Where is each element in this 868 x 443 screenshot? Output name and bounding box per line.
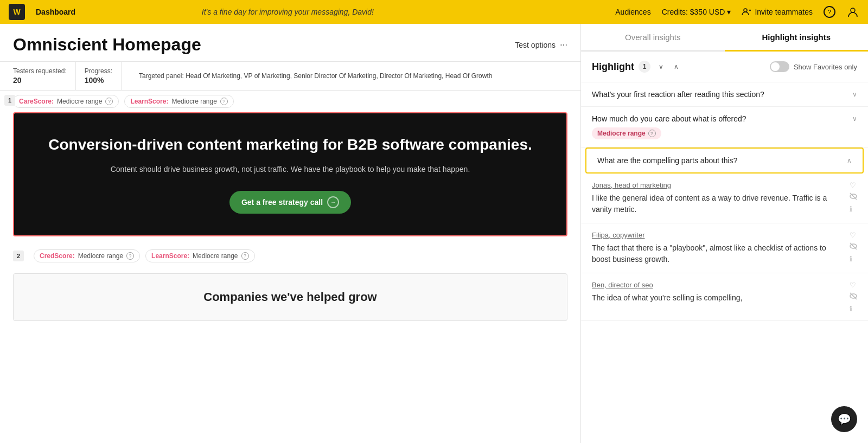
testers-stat: Testers requested: 20 [13,62,76,90]
question1-chevron-icon: ∨ [852,91,857,98]
response2-hide-icon[interactable] [850,242,857,252]
nav-right: Audiences Credits: $350 USD ▾ Invite tea… [615,5,859,18]
section2-content: Companies we've helped grow [13,273,567,321]
options-dots-icon[interactable]: ⋯ [560,41,567,49]
tab-highlight-insights[interactable]: Highlight insights [725,24,869,50]
cta-arrow-icon: → [327,196,339,208]
section2-learnscore-info-icon[interactable]: ? [241,252,249,260]
chat-icon: 💬 [838,413,851,426]
question2-chevron-icon: ∨ [852,115,857,123]
page-title: Omniscient Homepage [13,35,201,55]
question-item-3[interactable]: What are the compelling parts about this… [585,147,864,174]
response2-favorite-icon[interactable]: ♡ [850,231,857,239]
help-icon[interactable]: ? [824,6,835,18]
tagline: It's a fine day for improving your messa… [202,8,374,16]
hero-title: Conversion-driven content marketing for … [25,135,556,155]
response-text-2: The fact that there is a "playbook", alm… [592,242,845,265]
insights-tabs: Overall insights Highlight insights [581,24,868,52]
response-text-3: The idea of what you're selling is compe… [592,292,845,304]
profile-icon[interactable] [846,5,859,18]
section-2: 2 CredScore: Mediocre range ? LearnScore… [0,249,580,321]
highlight-count-badge: 1 [639,61,650,73]
panel-description: Targeted panel: Head Of Marketing, VP of… [130,62,567,90]
favorites-label: Show Favorites only [794,63,857,71]
favorites-toggle[interactable] [770,61,789,72]
response-author-3[interactable]: Ben, director of seo [592,281,845,289]
logo: W [9,4,25,20]
section1-num: 1 [4,95,15,106]
learnscore-info-icon[interactable]: ? [220,98,228,105]
questions-list: What's your first reaction after reading… [581,82,868,443]
credscore-badge: CredScore: Mediocre range ? [34,249,140,262]
response1-favorite-icon[interactable]: ♡ [850,181,857,189]
credits-display[interactable]: Credits: $350 USD ▾ [662,8,731,16]
chat-bubble-button[interactable]: 💬 [831,406,857,432]
section2-learnscore-badge: LearnScore: Mediocre range ? [145,249,254,262]
section2-badges: 2 CredScore: Mediocre range ? LearnScore… [13,249,567,267]
question-text-2: How much do you care about what is offer… [592,114,848,123]
highlight-next-button[interactable]: ∧ [670,60,683,73]
response3-favorite-icon[interactable]: ♡ [850,281,857,289]
response1-actions: ♡ ℹ [850,181,857,215]
question3-chevron-icon: ∧ [847,157,852,164]
question-text-1: What's your first reaction after reading… [592,90,848,99]
dashboard-link[interactable]: Dashboard [36,8,75,16]
section-1: 1 CareScore: Mediocre range ? LearnScore… [0,91,580,236]
favorites-toggle-row: Show Favorites only [770,61,857,72]
section1-badges: 1 CareScore: Mediocre range ? LearnScore… [0,91,580,112]
highlight-title: Highlight [592,61,634,73]
invite-teammates-button[interactable]: Invite teammates [742,7,813,17]
response2-info-icon[interactable]: ℹ [850,255,857,263]
section2-num: 2 [13,251,24,261]
right-panel: Overall insights Highlight insights High… [580,24,868,443]
response1-info-icon[interactable]: ℹ [850,205,857,213]
response-text-1: I like the general idea of content as a … [592,192,845,215]
response3-actions: ♡ ℹ [850,281,857,313]
left-panel: Omniscient Homepage Test options ⋯ Teste… [0,24,580,443]
hero-cta-button[interactable]: Get a free strategy call → [229,191,351,214]
response-item-1: Jonas, head of marketing I like the gene… [581,174,868,223]
question-text-3: What are the compelling parts about this… [597,156,843,165]
carescore-info-icon[interactable]: ? [105,98,113,105]
hero-subtitle: Content should drive business growth, no… [25,163,556,175]
tab-overall-insights[interactable]: Overall insights [581,24,725,50]
highlight-prev-button[interactable]: ∨ [655,60,668,73]
carescore-badge: CareScore: Mediocre range ? [13,95,119,108]
progress-stat: Progress: 100% [85,62,122,90]
response-author-2[interactable]: Filipa, copywriter [592,231,845,239]
highlight-header: Highlight 1 ∨ ∧ Show Favorites only [581,52,868,82]
response2-actions: ♡ ℹ [850,231,857,265]
svg-point-3 [851,8,855,12]
response3-info-icon[interactable]: ℹ [850,305,857,313]
learnscore-badge: LearnScore: Mediocre range ? [124,95,233,108]
response-item-3: Ben, director of seo The idea of what yo… [581,273,868,321]
main-layout: Omniscient Homepage Test options ⋯ Teste… [0,24,868,443]
stats-bar: Testers requested: 20 Progress: 100% Tar… [0,61,580,91]
question-item-1[interactable]: What's your first reaction after reading… [581,82,868,107]
question-item-2[interactable]: How much do you care about what is offer… [581,107,868,147]
test-options-button[interactable]: Test options ⋯ [515,41,567,49]
response-author-1[interactable]: Jonas, head of marketing [592,181,845,189]
page-header: Omniscient Homepage Test options ⋯ [0,24,580,61]
response-item-2: Filipa, copywriter The fact that there i… [581,223,868,273]
response1-hide-icon[interactable] [850,192,857,202]
mediocre-badge: Mediocre range ? [592,127,661,139]
invite-icon [742,7,751,17]
response3-hide-icon[interactable] [850,292,857,301]
hero-preview: Conversion-driven content marketing for … [13,112,567,236]
mediocre-info-icon[interactable]: ? [648,130,656,137]
top-navigation: W Dashboard It's a fine day for improvin… [0,0,868,24]
highlight-navigation: ∨ ∧ [655,60,683,73]
audiences-link[interactable]: Audiences [615,8,650,16]
credscore-info-icon[interactable]: ? [126,252,134,260]
svg-point-0 [744,9,747,12]
